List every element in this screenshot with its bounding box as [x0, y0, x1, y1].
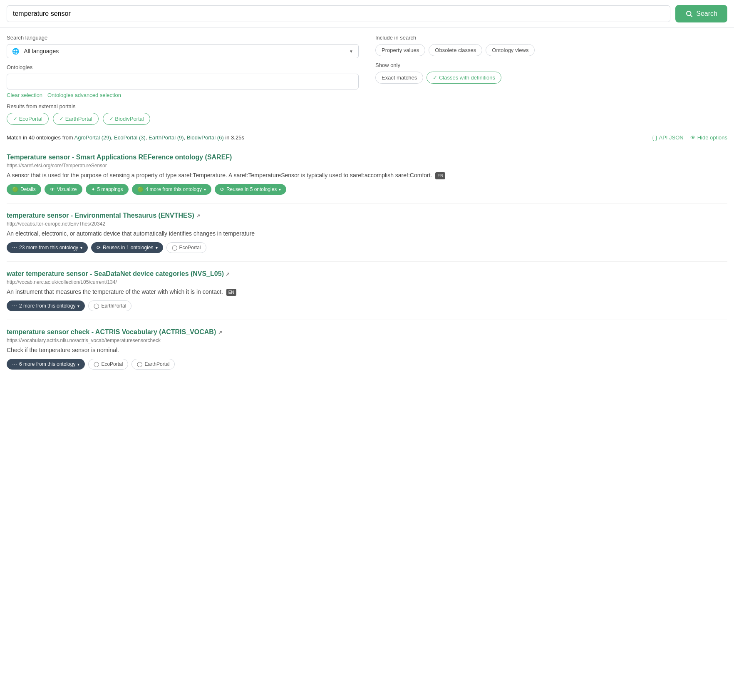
ecoportal-link[interactable]: EcoPortal (3)	[114, 134, 146, 141]
toggle-classes-with-definitions[interactable]: Classes with definitions	[427, 72, 501, 84]
toggle-exact-matches[interactable]: Exact matches	[375, 72, 423, 84]
toggle-property-values[interactable]: Property values	[375, 44, 425, 56]
earthportal-icon-3: ◯	[94, 303, 99, 309]
search-button[interactable]: Search	[675, 5, 727, 22]
ontologies-label: Ontologies	[7, 64, 359, 70]
external-portals-label: Results from external portals	[7, 103, 727, 109]
result-url-1: https://saref.etsi.org/core/TemperatureS…	[7, 163, 727, 169]
top-search-bar: Search	[0, 0, 734, 28]
results-summary: Match in 40 ontologies from AgroPortal (…	[0, 130, 734, 145]
agroportal-link[interactable]: AgroPortal (29)	[74, 134, 111, 141]
external-link-icon-2: ↗	[196, 213, 200, 219]
hide-options-link[interactable]: 👁 Hide options	[690, 134, 727, 141]
earthportal-icon-4: ◯	[137, 361, 142, 367]
curly-braces-icon: { }	[652, 134, 657, 141]
search-input[interactable]	[7, 5, 670, 22]
search-button-label: Search	[696, 10, 717, 17]
result-desc-2: An electrical, electronic, or automatic …	[7, 229, 727, 238]
result-title-2[interactable]: temperature sensor - Environmental Thesa…	[7, 212, 727, 219]
result-desc-3: An instrument that measures the temperat…	[7, 288, 727, 296]
earthportal-btn-4[interactable]: ◯ EarthPortal	[131, 359, 175, 370]
more-ontology-btn-4[interactable]: ⋯ 6 more from this ontology ▾	[7, 359, 85, 370]
result-item-2: temperature sensor - Environmental Thesa…	[7, 204, 727, 262]
details-icon: 🟢	[12, 186, 18, 192]
show-only-label: Show only	[375, 62, 727, 68]
ecoportal-icon-2: ◯	[172, 245, 177, 251]
toggle-ontology-views[interactable]: Ontology views	[486, 44, 535, 56]
svg-point-0	[687, 11, 691, 16]
include-toggle-group: Property values Obsolete classes Ontolog…	[375, 44, 727, 56]
external-link-icon-4: ↗	[218, 330, 222, 335]
result-title-1[interactable]: Temperature sensor - Smart Applications …	[7, 154, 727, 161]
more-icon-2: ⋯	[12, 245, 17, 251]
include-section: Include in search Property values Obsole…	[375, 35, 727, 56]
api-json-link[interactable]: { } API JSON	[652, 134, 684, 141]
result-item-4: temperature sensor check - ACTRIS Vocabu…	[7, 320, 727, 378]
ecoportal-icon-4: ◯	[94, 361, 99, 367]
chevron-down-icon: ▼	[349, 49, 353, 54]
options-panel: Search language 🌐 All languages ▼ Ontolo…	[0, 28, 734, 98]
en-badge-3: EN	[226, 289, 236, 296]
clear-selection-link[interactable]: Clear selection	[7, 92, 42, 98]
portal-biodivportal[interactable]: BiodivPortal	[103, 113, 150, 125]
ecoportal-btn-4[interactable]: ◯ EcoPortal	[88, 359, 128, 370]
reuses-icon-2: ⟳	[97, 245, 101, 251]
results-summary-actions: { } API JSON 👁 Hide options	[652, 134, 727, 141]
search-language-label: Search language	[7, 35, 359, 41]
external-link-icon-3: ↗	[226, 271, 230, 277]
en-badge-1: EN	[435, 172, 445, 179]
results-summary-text: Match in 40 ontologies from AgroPortal (…	[7, 134, 244, 141]
language-option: All languages	[24, 48, 59, 55]
details-btn[interactable]: 🟢 Details	[7, 184, 41, 195]
more-icon-3: ⋯	[12, 303, 17, 309]
result-item-1: Temperature sensor - Smart Applications …	[7, 145, 727, 204]
toggle-obsolete-classes[interactable]: Obsolete classes	[429, 44, 482, 56]
more-icon-4: ⋯	[12, 361, 17, 367]
portal-earthportal[interactable]: EarthPortal	[53, 113, 99, 125]
vizualize-btn[interactable]: 👁 Vizualize	[45, 184, 82, 195]
external-portals-section: Results from external portals EcoPortal …	[0, 98, 734, 130]
result-desc-1: A sensor that is used for the purpose of…	[7, 171, 727, 180]
ontologies-advanced-link[interactable]: Ontologies advanced selection	[47, 92, 121, 98]
portal-group: EcoPortal EarthPortal BiodivPortal	[7, 113, 727, 125]
ontologies-links: Clear selection Ontologies advanced sele…	[7, 92, 359, 98]
options-left: Search language 🌐 All languages ▼ Ontolo…	[7, 35, 359, 98]
reuses-btn-2[interactable]: ⟳ Reuses in 1 ontologies ▾	[91, 242, 163, 253]
chevron-icon: ▾	[204, 187, 206, 192]
show-only-toggle-group: Exact matches Classes with definitions	[375, 72, 727, 84]
result-title-4[interactable]: temperature sensor check - ACTRIS Vocabu…	[7, 328, 727, 336]
ontologies-input[interactable]	[7, 74, 359, 89]
globe-icon: 🌐	[12, 48, 19, 55]
more-ontology-btn[interactable]: 🟢 4 more from this ontology ▾	[132, 184, 211, 195]
reuses-icon: ⟳	[220, 186, 224, 192]
search-input-wrap	[7, 5, 670, 22]
include-label: Include in search	[375, 35, 727, 41]
earthportal-link[interactable]: EarthPortal (9)	[149, 134, 184, 141]
result-actions-3: ⋯ 2 more from this ontology ▾ ◯ EarthPor…	[7, 300, 727, 311]
reuses-btn[interactable]: ⟳ Reuses in 5 ontologies ▾	[215, 184, 286, 195]
result-url-3: http://vocab.nerc.ac.uk/collection/L05/c…	[7, 279, 727, 285]
more-ontology-btn-2[interactable]: ⋯ 23 more from this ontology ▾	[7, 242, 88, 253]
show-only-section: Show only Exact matches Classes with def…	[375, 62, 727, 84]
language-select[interactable]: 🌐 All languages ▼	[7, 44, 359, 58]
result-actions-4: ⋯ 6 more from this ontology ▾ ◯ EcoPorta…	[7, 359, 727, 370]
eye-icon-2: 👁	[50, 186, 55, 192]
chevron-icon-2: ▾	[279, 187, 281, 192]
result-actions-1: 🟢 Details 👁 Vizualize ✦ 5 mappings 🟢 4 m…	[7, 184, 727, 195]
result-title-3[interactable]: water temperature sensor - SeaDataNet de…	[7, 270, 727, 278]
earthportal-btn-3[interactable]: ◯ EarthPortal	[88, 300, 131, 311]
search-icon	[685, 10, 693, 17]
mappings-btn[interactable]: ✦ 5 mappings	[86, 184, 129, 195]
portal-ecoportal[interactable]: EcoPortal	[7, 113, 49, 125]
chevron-icon-3: ▾	[80, 246, 82, 250]
results-list: Temperature sensor - Smart Applications …	[0, 145, 734, 378]
biodivportal-link[interactable]: BiodivPortal (6)	[187, 134, 224, 141]
result-item-3: water temperature sensor - SeaDataNet de…	[7, 262, 727, 320]
result-actions-2: ⋯ 23 more from this ontology ▾ ⟳ Reuses …	[7, 242, 727, 253]
options-right: Include in search Property values Obsole…	[375, 35, 727, 98]
result-url-2: http://vocabs.lter-europe.net/EnvThes/20…	[7, 221, 727, 227]
ecoportal-btn-2[interactable]: ◯ EcoPortal	[166, 242, 206, 253]
more-ontology-btn-3[interactable]: ⋯ 2 more from this ontology ▾	[7, 300, 85, 311]
result-desc-4: Check if the temperature sensor is nomin…	[7, 346, 727, 355]
mappings-icon: ✦	[91, 186, 95, 192]
